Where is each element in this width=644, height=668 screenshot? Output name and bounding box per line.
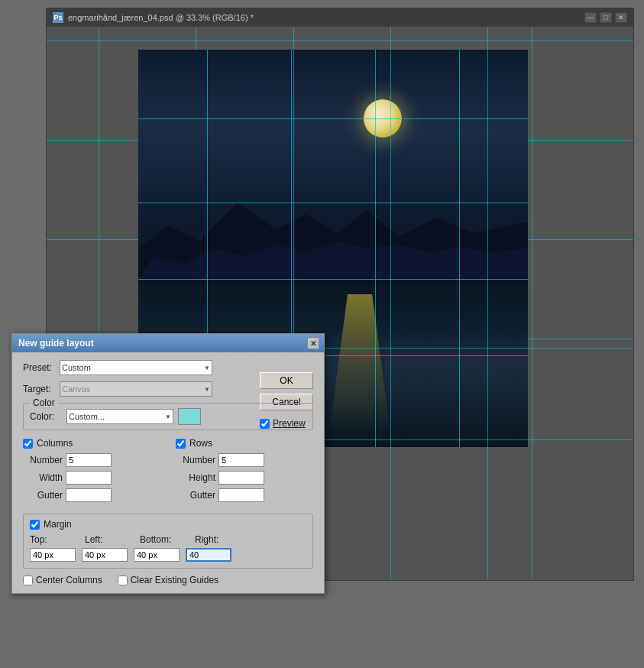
clear-guides-label: Clear Existing Guides	[131, 575, 218, 585]
rows-number-label: Number	[176, 455, 215, 465]
rows-section: Rows Number Height Gutter	[176, 438, 313, 506]
columns-checkbox-row: Columns	[23, 438, 160, 449]
rows-gutter-label: Gutter	[176, 490, 215, 501]
color-select-wrapper: Custom...	[66, 409, 173, 424]
photo-guide-v3	[375, 50, 376, 447]
preset-select-wrapper: Custom	[60, 360, 212, 375]
color-select[interactable]: Custom...	[66, 409, 173, 424]
columns-number-row: Number	[23, 453, 160, 467]
bottom-checkboxes-row: Center Columns Clear Existing Guides	[23, 575, 313, 585]
columns-gutter-label: Gutter	[23, 490, 63, 501]
target-label: Target:	[23, 384, 60, 394]
ps-titlebar: Ps engmarihånd_jæren_04.psd @ 33.3% (RGB…	[47, 8, 633, 27]
center-columns-label: Center Columns	[36, 575, 102, 585]
margin-label: Margin	[44, 519, 72, 530]
margin-section: Margin Top: Left: Bottom: Right:	[23, 514, 313, 569]
ok-button[interactable]: OK	[260, 372, 313, 389]
rows-number-row: Number	[176, 453, 313, 467]
columns-label: Columns	[37, 438, 73, 449]
columns-rows-section: Columns Number Width Gutter	[23, 438, 313, 506]
rows-height-label: Height	[176, 472, 215, 483]
margin-right-input[interactable]	[186, 548, 231, 562]
dialog-close-button[interactable]: ✕	[307, 337, 319, 349]
ps-close-button[interactable]: ✕	[615, 12, 627, 23]
color-label: Color:	[30, 411, 66, 422]
ps-icon: Ps	[53, 12, 63, 23]
outer-guide-v6	[532, 27, 532, 580]
margin-top-input[interactable]	[30, 548, 76, 562]
photo-guide-h2	[138, 203, 528, 203]
rows-checkbox-row: Rows	[176, 438, 313, 449]
new-guide-layout-dialog: New guide layout ✕ OK Cancel Preview Pre…	[11, 333, 325, 594]
margin-title-row: Margin	[30, 519, 306, 530]
top-label: Top:	[30, 534, 76, 545]
columns-number-input[interactable]	[66, 453, 112, 467]
columns-gutter-row: Gutter	[23, 488, 160, 502]
photo-guide-v4	[459, 50, 460, 447]
clear-guides-wrapper: Clear Existing Guides	[118, 575, 218, 585]
rows-checkbox[interactable]	[176, 439, 186, 449]
color-row: Color: Custom...	[30, 408, 306, 425]
maximize-button[interactable]: □	[600, 12, 612, 23]
rows-gutter-input[interactable]	[218, 488, 264, 502]
margin-bottom-input[interactable]	[134, 548, 180, 562]
outer-guide-h1	[47, 41, 633, 41]
water-reflection	[329, 294, 390, 432]
columns-gutter-input[interactable]	[66, 488, 112, 502]
dialog-titlebar: New guide layout ✕	[12, 334, 324, 352]
target-select-wrapper: Canvas	[60, 381, 212, 397]
left-label: Left:	[85, 534, 131, 545]
outer-guide-v4	[390, 27, 391, 580]
columns-section: Columns Number Width Gutter	[23, 438, 160, 506]
margin-left-input[interactable]	[82, 548, 128, 562]
clear-guides-checkbox[interactable]	[118, 576, 128, 585]
color-section: Color Color: Custom...	[23, 403, 313, 430]
color-swatch[interactable]	[178, 408, 201, 425]
preset-select[interactable]: Custom	[60, 360, 212, 375]
columns-width-input[interactable]	[66, 471, 112, 485]
rows-gutter-row: Gutter	[176, 488, 313, 502]
rows-number-input[interactable]	[218, 453, 264, 467]
bottom-label: Bottom:	[140, 534, 186, 545]
dialog-title: New guide layout	[18, 338, 94, 349]
rows-label: Rows	[189, 438, 212, 449]
preset-label: Preset:	[23, 362, 60, 373]
target-select[interactable]: Canvas	[60, 381, 212, 397]
outer-guide-v5	[487, 27, 488, 580]
ps-window-controls: — □ ✕	[584, 12, 627, 23]
minimize-button[interactable]: —	[584, 12, 597, 23]
dialog-body: OK Cancel Preview Preset: Custom Target:…	[12, 352, 324, 593]
right-label: Right:	[195, 534, 233, 545]
columns-number-label: Number	[23, 455, 63, 465]
mountains	[138, 187, 528, 279]
center-columns-wrapper: Center Columns	[23, 575, 102, 585]
columns-width-row: Width	[23, 471, 160, 485]
photo-guide-h3	[138, 279, 528, 280]
columns-checkbox[interactable]	[23, 439, 33, 449]
rows-height-row: Height	[176, 471, 313, 485]
center-columns-checkbox[interactable]	[23, 576, 33, 585]
margin-checkbox[interactable]	[30, 520, 40, 530]
rows-height-input[interactable]	[218, 471, 264, 485]
ps-title: engmarihånd_jæren_04.psd @ 33.3% (RGB/16…	[68, 13, 584, 22]
color-section-title: Color	[30, 397, 58, 408]
photo-guide-h1	[138, 118, 528, 119]
columns-width-label: Width	[23, 472, 63, 483]
